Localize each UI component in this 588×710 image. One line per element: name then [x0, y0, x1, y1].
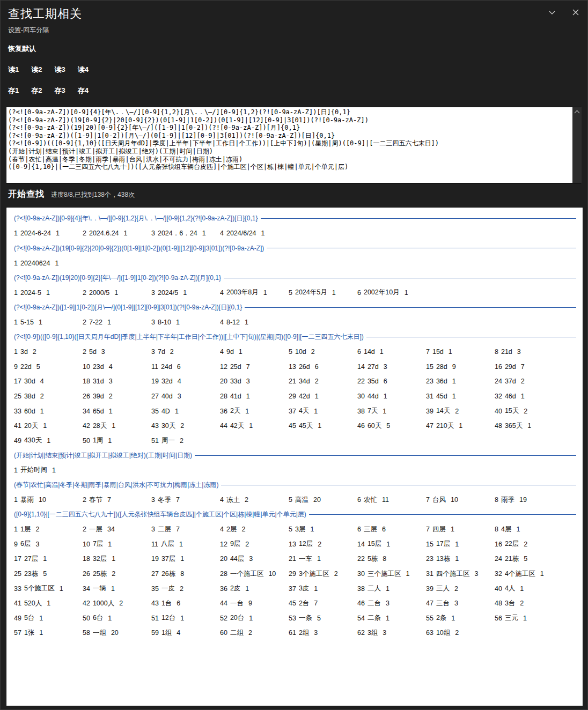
result-block: (开始|计划|结束|预计|竣工|拟开工|拟竣工|绝对)(工期|时间|日期) 1 … — [14, 448, 576, 478]
result-index: 32 — [495, 393, 502, 400]
result-count: 2 — [241, 526, 245, 533]
result-count: 1 — [332, 289, 336, 297]
result-item: 63 10组 2 — [426, 626, 495, 641]
result-item: 41 20天 1 — [14, 418, 83, 433]
read-2-button[interactable]: 读2 — [31, 65, 42, 75]
result-count: 2 — [334, 570, 338, 578]
save-2-button[interactable]: 存2 — [31, 86, 42, 95]
result-index: 53 — [289, 615, 296, 622]
result-value: 28天 — [93, 421, 107, 431]
page-title: 查找工期相关 — [8, 6, 580, 22]
result-index: 19 — [151, 378, 159, 385]
result-value: 二台 — [367, 599, 381, 608]
search-status: 进度8/8,已找到138个，438次 — [51, 190, 135, 199]
result-index: 17 — [14, 555, 21, 563]
result-item: 22 5栋 8 — [357, 552, 426, 567]
result-count: 19 — [519, 496, 527, 504]
result-count: 1 — [47, 437, 50, 445]
result-value: 3d — [20, 348, 28, 356]
result-item: 23 36d 1 — [426, 374, 495, 389]
result-grid: 1 5-15 1 2 7-22 1 3 8-10 1 4 8-12 1 — [14, 315, 576, 330]
save-3-button[interactable]: 存3 — [54, 86, 65, 95]
result-value: 三个施工区 — [367, 570, 401, 579]
result-index: 29 — [289, 570, 296, 578]
result-count: 1 — [405, 289, 408, 297]
patterns-textarea[interactable]: (?<![0-9a-zA-Z])[0-9]{4}[年\.．\—/][0-9]{1… — [6, 107, 581, 183]
result-count: 1 — [180, 555, 184, 563]
result-value: 45天 — [299, 421, 313, 431]
result-block: (?<![0-9a-zA-Z])(19|20)[0-9]{2}[年\—/]([1… — [14, 270, 576, 300]
result-index: 9 — [14, 363, 18, 371]
result-value: 5台 — [24, 613, 34, 623]
result-value: 32d — [161, 378, 173, 385]
result-value: 44d — [367, 393, 379, 400]
save-4-button[interactable]: 存4 — [78, 86, 89, 95]
result-item: 30 44d 1 — [357, 389, 426, 404]
result-item: 19 32d 4 — [151, 374, 220, 389]
result-count: 1 — [108, 437, 112, 445]
result-count: 1 — [109, 408, 113, 415]
result-count: 1 — [239, 348, 242, 356]
result-index: 41 — [14, 600, 21, 607]
result-item: 24 37d 2 — [495, 374, 563, 389]
result-index: 8 — [495, 496, 498, 504]
result-count: 2 — [311, 348, 315, 356]
close-icon[interactable] — [571, 8, 580, 17]
read-3-button[interactable]: 读3 — [54, 65, 65, 75]
result-item: 4 2层 2 — [220, 522, 289, 537]
result-index: 24 — [495, 555, 502, 563]
result-pattern-label: (?<![0-9a-zA-Z])(19|20)[0-9]{2}[年\—/]([1… — [14, 273, 221, 283]
result-count: 5 — [317, 615, 321, 622]
result-index: 2 — [83, 230, 86, 237]
start-search-button[interactable]: 开始查找 — [8, 189, 45, 200]
result-value: 430天 — [24, 436, 42, 445]
chevron-down-icon[interactable] — [548, 8, 556, 17]
result-item: 6 14d 1 — [357, 344, 426, 359]
result-count: 5 — [524, 555, 527, 563]
result-value: 41d — [230, 393, 241, 400]
result-value: 45d — [436, 393, 447, 400]
scroll-up-icon[interactable] — [574, 109, 580, 114]
result-item: 15 28d 9 — [426, 359, 495, 374]
result-value: 2层 — [226, 525, 237, 534]
result-count: 2 — [248, 629, 252, 637]
result-value: 28d — [436, 363, 447, 371]
header-rule — [245, 307, 576, 308]
result-grid: 1 2024-5 1 2 2000/5 1 3 2024/5 1 4 2003年… — [14, 285, 576, 300]
result-index: 1 — [14, 289, 18, 297]
result-index: 26 — [83, 570, 90, 578]
result-item: 41 520人 1 — [14, 596, 83, 611]
result-index: 7 — [426, 348, 430, 356]
result-index: 40 — [495, 585, 502, 593]
result-item: 4 冻土 2 — [220, 492, 289, 507]
result-item: 18 32层 1 — [83, 552, 151, 567]
result-value: 34d — [299, 378, 310, 385]
result-index: 17 — [14, 378, 21, 385]
result-item: 11 24d 6 — [151, 359, 220, 374]
result-item: 17 27层 1 — [14, 552, 83, 567]
result-item: 61 2组 3 — [289, 626, 357, 641]
result-index: 20 — [220, 555, 227, 563]
result-item: 36 2皮 1 — [220, 581, 289, 596]
result-value: 春节 — [89, 495, 102, 505]
result-value: 40d — [161, 393, 173, 400]
result-value: 1000人 — [93, 599, 114, 608]
read-1-button[interactable]: 读1 — [8, 65, 19, 75]
result-index: 28 — [220, 393, 227, 400]
result-count: 4 — [178, 378, 181, 385]
textarea-scrollbar[interactable] — [572, 107, 582, 183]
result-value: 26栋 — [161, 570, 175, 579]
result-block-header: (?<![0-9a-zA-Z])[0-9]{4}[年\.．\—/][0-9]{1… — [14, 211, 576, 226]
restore-default-button[interactable]: 恢复默认 — [8, 44, 36, 54]
result-count: 5 — [36, 363, 40, 371]
save-1-button[interactable]: 存1 — [8, 86, 19, 95]
result-item: 55 2条 1 — [426, 611, 495, 626]
result-value: 3层 — [295, 525, 305, 534]
result-item: 25 38d 2 — [14, 389, 83, 404]
result-item: 31 四个施工区 3 — [426, 566, 495, 581]
read-4-button[interactable]: 读4 — [78, 65, 89, 75]
result-count: 1 — [380, 348, 384, 356]
result-item: 16 22层 2 — [495, 537, 563, 552]
result-value: 30天 — [161, 421, 175, 431]
result-item: 5 3层 1 — [289, 522, 357, 537]
